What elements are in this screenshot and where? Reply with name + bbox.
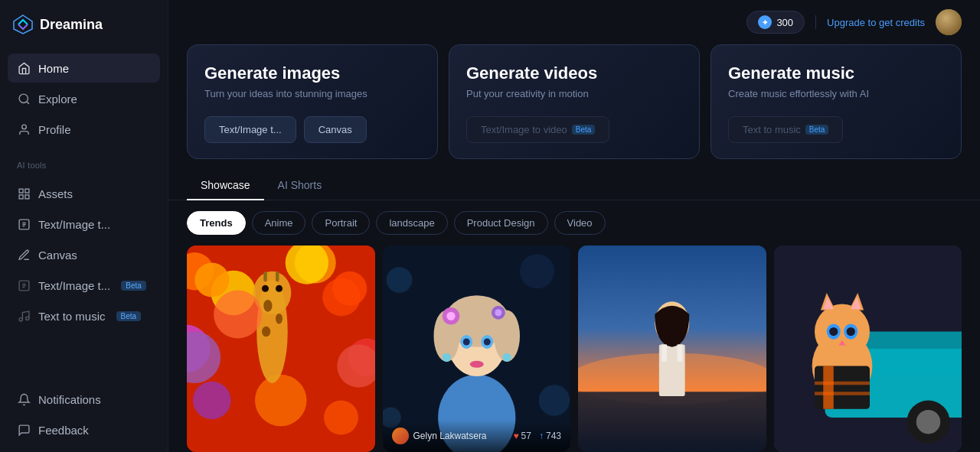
upgrade-link[interactable]: Upgrade to get credits [827, 17, 925, 28]
svg-point-63 [916, 410, 940, 434]
sidebar-item-text-image-beta-label: Text/Image t... [38, 279, 110, 292]
svg-rect-58 [678, 344, 683, 362]
svg-point-42 [446, 312, 455, 320]
svg-point-32 [386, 267, 412, 293]
svg-point-27 [262, 285, 269, 292]
hero-music-title: Generate music [728, 63, 944, 83]
canvas-button[interactable]: Canvas [304, 116, 367, 143]
svg-point-11 [25, 317, 28, 320]
canvas-button-label: Canvas [318, 124, 352, 135]
assets-icon [17, 187, 31, 200]
sidebar-item-home[interactable]: Home [8, 54, 160, 83]
svg-point-17 [187, 325, 211, 373]
doll-downloads: ↑ 743 [539, 431, 561, 441]
svg-point-34 [538, 385, 570, 416]
svg-rect-5 [24, 189, 28, 193]
filter-product-design[interactable]: Product Design [454, 211, 548, 235]
svg-point-22 [256, 280, 288, 383]
tab-ai-shorts[interactable]: AI Shorts [264, 171, 336, 200]
beta-badge-1: Beta [121, 281, 146, 291]
gallery-item-woman[interactable] [578, 246, 766, 452]
hero-card-videos: Generate videos Put your creativity in m… [449, 44, 700, 159]
sidebar-item-notifications[interactable]: Notifications [8, 385, 160, 414]
svg-point-25 [276, 314, 283, 324]
filter-trends[interactable]: Trends [187, 211, 246, 235]
gallery-item-giraffe[interactable] [187, 246, 375, 452]
hero-images-title: Generate images [204, 63, 420, 83]
bell-icon [17, 392, 31, 406]
filter-anime[interactable]: Anime [252, 211, 306, 235]
hero-videos-title: Generate videos [466, 63, 682, 83]
sidebar-item-canvas-label: Canvas [38, 249, 77, 262]
credits-count: 300 [776, 17, 793, 28]
gallery-item-doll[interactable]: Gelyn Lakwatsera ♥ 57 ↑ 743 [383, 246, 571, 452]
tab-showcase[interactable]: Showcase [187, 171, 264, 200]
filter-portrait[interactable]: Portrait [312, 211, 370, 235]
tools-nav: Assets Text/Image t... Canvas [0, 174, 168, 335]
svg-point-28 [276, 285, 283, 292]
arrow-icon: ↑ [539, 431, 544, 441]
main-content: ✦ 300 Upgrade to get credits Generate im… [168, 0, 980, 452]
sidebar-item-feedback-label: Feedback [38, 424, 89, 437]
sidebar-item-text-image-label: Text/Image t... [38, 218, 110, 231]
sidebar-item-text-image[interactable]: Text/Image t... [8, 210, 160, 239]
credits-badge[interactable]: ✦ 300 [746, 11, 805, 34]
hero-videos-buttons: Text/Image to video Beta [466, 116, 682, 143]
beta-badge-2: Beta [116, 311, 142, 321]
sidebar-item-explore[interactable]: Explore [8, 84, 160, 113]
text-image-beta-icon [17, 278, 31, 292]
sidebar-item-text-music[interactable]: Text to music Beta [8, 301, 160, 330]
heart-icon: ♥ [513, 431, 518, 441]
doll-overlay: Gelyn Lakwatsera ♥ 57 ↑ 743 [383, 420, 571, 452]
cat-svg [774, 246, 962, 452]
text-image-to-video-label: Text/Image to video [481, 124, 567, 135]
sidebar-item-home-label: Home [38, 62, 69, 75]
text-image-button[interactable]: Text/Image t... [204, 116, 296, 143]
sidebar-item-notifications-label: Notifications [38, 393, 101, 406]
sidebar-item-text-music-label: Text to music [38, 310, 106, 323]
text-to-music-label: Text to music [743, 124, 801, 135]
hero-music-buttons: Text to music Beta [728, 116, 944, 143]
gallery-item-cat[interactable] [774, 246, 962, 452]
svg-rect-78 [815, 392, 870, 395]
filter-chips: Trends Anime Portrait landscape Product … [168, 211, 980, 246]
sidebar-item-assets[interactable]: Assets [8, 179, 160, 208]
music-icon [17, 309, 31, 323]
sidebar-item-canvas[interactable]: Canvas [8, 240, 160, 269]
sidebar-item-text-image-beta[interactable]: Text/Image t... Beta [8, 271, 160, 300]
hero-images-sub: Turn your ideas into stunning images [204, 88, 420, 99]
ai-tools-label: AI tools [0, 148, 168, 174]
topbar-divider [815, 15, 816, 29]
svg-point-19 [255, 375, 307, 427]
svg-point-3 [21, 125, 26, 129]
svg-rect-75 [815, 366, 870, 409]
svg-point-33 [520, 254, 554, 288]
music-beta-tag: Beta [805, 125, 829, 135]
filter-video[interactable]: Video [554, 211, 606, 235]
svg-point-23 [253, 272, 292, 314]
profile-icon [17, 122, 31, 136]
explore-icon [17, 92, 31, 106]
svg-rect-76 [823, 366, 834, 409]
doll-stats: ♥ 57 ↑ 743 [513, 431, 561, 441]
svg-point-73 [846, 327, 854, 336]
svg-rect-12 [187, 246, 375, 452]
avatar-image [936, 9, 962, 35]
logo[interactable]: Dreamina [0, 0, 168, 49]
text-to-music-button: Text to music Beta [728, 116, 843, 143]
user-avatar[interactable] [936, 9, 962, 35]
sidebar-item-feedback[interactable]: Feedback [8, 415, 160, 444]
dreamina-logo-icon [12, 14, 34, 35]
credits-icon: ✦ [758, 15, 772, 29]
filter-landscape[interactable]: landscape [376, 211, 447, 235]
svg-point-72 [829, 327, 838, 336]
sidebar-item-profile[interactable]: Profile [8, 115, 160, 144]
text-image-to-video-button: Text/Image to video Beta [466, 116, 609, 143]
topbar: ✦ 300 Upgrade to get credits [168, 0, 980, 44]
text-image-icon [17, 217, 31, 231]
svg-rect-29 [263, 272, 267, 282]
doll-avatar [392, 428, 409, 444]
doll-user: Gelyn Lakwatsera [392, 428, 487, 444]
hero-card-music: Generate music Create music effortlessly… [710, 44, 962, 159]
sidebar-item-assets-label: Assets [38, 187, 73, 200]
